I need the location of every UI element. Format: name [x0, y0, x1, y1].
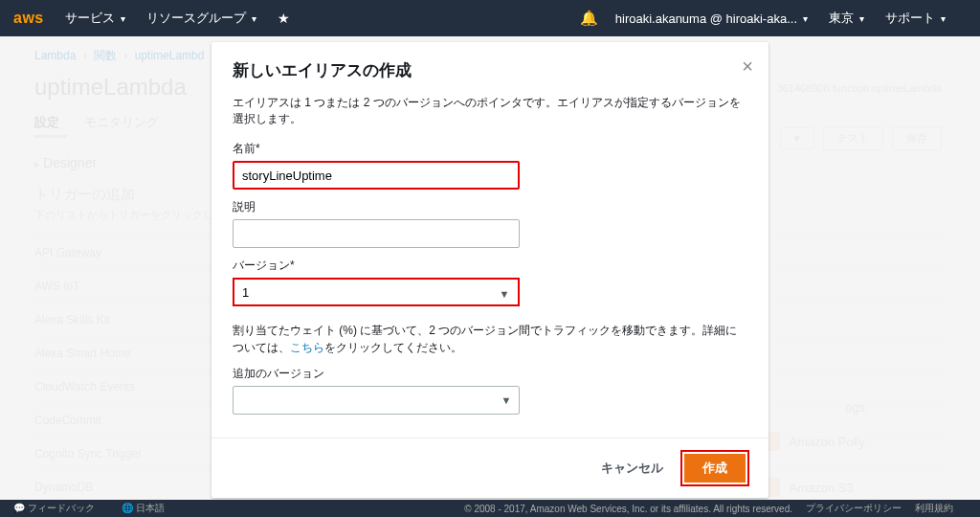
footer: 💬 フィードバック 🌐 日本語 © 2008 - 2017, Amazon We… — [0, 500, 980, 517]
name-label: 名前* — [233, 141, 747, 157]
version-select[interactable]: ▼ — [233, 278, 520, 306]
alias-description-input[interactable] — [233, 219, 520, 248]
weight-info-link[interactable]: こちら — [290, 341, 324, 354]
create-button[interactable]: 作成 — [684, 454, 746, 483]
top-nav: aws サービス▾ リソースグループ▾ ★ 🔔 hiroaki.akanuma … — [0, 0, 980, 36]
modal-overlay: × 新しいエイリアスの作成 エイリアスは 1 つまたは 2 つのバージョンへのポ… — [0, 36, 980, 500]
chevron-down-icon: ▾ — [803, 13, 808, 24]
modal-title: 新しいエイリアスの作成 — [233, 59, 747, 81]
weight-note: 割り当てたウェイト (%) に基づいて、2 つのバージョン間でトラフィックを移動… — [233, 322, 747, 356]
modal-footer: キャンセル 作成 — [212, 438, 768, 498]
terms-link[interactable]: 利用規約 — [915, 502, 953, 515]
cancel-button[interactable]: キャンセル — [601, 460, 663, 477]
alias-name-input[interactable] — [233, 161, 520, 190]
additional-version-label: 追加のバージョン — [233, 366, 747, 382]
chevron-down-icon: ▾ — [121, 13, 125, 24]
version-label: バージョン* — [233, 258, 747, 274]
aws-logo[interactable]: aws — [13, 10, 44, 27]
close-icon[interactable]: × — [742, 56, 753, 78]
feedback-link[interactable]: 💬 フィードバック — [13, 502, 108, 515]
language-link[interactable]: 🌐 日本語 — [122, 502, 178, 515]
chevron-down-icon: ▾ — [941, 13, 946, 24]
description-label: 説明 — [233, 199, 747, 215]
footer-copyright: © 2008 - 2017, Amazon Web Services, Inc.… — [464, 504, 792, 514]
privacy-link[interactable]: プライバシーポリシー — [806, 502, 902, 515]
nav-services[interactable]: サービス▾ — [65, 10, 125, 27]
additional-version-select[interactable]: ▼ — [233, 386, 520, 415]
version-value[interactable] — [234, 280, 518, 304]
create-button-highlight: 作成 — [680, 450, 749, 486]
modal-description: エイリアスは 1 つまたは 2 つのバージョンへのポインタです。エイリアスが指定… — [233, 95, 747, 127]
nav-region[interactable]: 東京▾ — [829, 10, 864, 27]
nav-support[interactable]: サポート▾ — [885, 10, 946, 27]
nav-account[interactable]: hiroaki.akanuma @ hiroaki-aka...▾ — [615, 11, 808, 26]
bell-icon[interactable]: 🔔 — [580, 10, 598, 27]
chevron-down-icon: ▾ — [252, 13, 256, 24]
create-alias-modal: × 新しいエイリアスの作成 エイリアスは 1 つまたは 2 つのバージョンへのポ… — [212, 42, 768, 498]
nav-resource-groups[interactable]: リソースグループ▾ — [146, 10, 256, 27]
additional-version-value[interactable] — [233, 386, 520, 415]
pin-icon[interactable]: ★ — [278, 11, 290, 26]
chevron-down-icon: ▾ — [859, 13, 864, 24]
